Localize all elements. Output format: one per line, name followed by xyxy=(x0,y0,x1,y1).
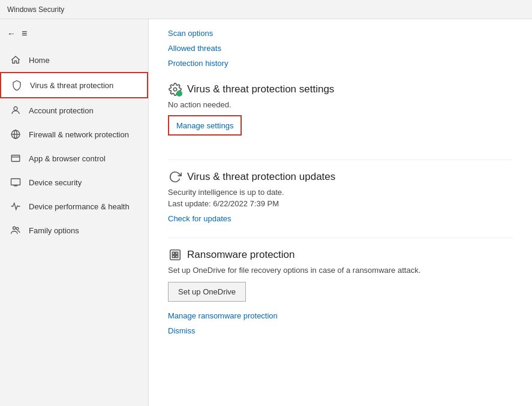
updates-section-header: Virus & threat protection updates xyxy=(168,170,513,184)
svg-rect-14 xyxy=(176,255,178,258)
shield-icon xyxy=(11,79,23,91)
app-browser-icon xyxy=(10,152,22,164)
device-security-icon xyxy=(10,176,22,188)
settings-section-desc: No action needed. xyxy=(168,100,513,109)
svg-point-9 xyxy=(173,88,177,91)
check-for-updates-link[interactable]: Check for updates xyxy=(168,214,513,223)
sidebar-item-account-label: Account protection xyxy=(29,106,94,115)
sidebar-item-home-label: Home xyxy=(29,56,50,65)
updates-section-title: Virus & threat protection updates xyxy=(187,171,335,183)
sidebar-item-device-security-label: Device security xyxy=(29,178,82,187)
ransomware-section-icon xyxy=(168,248,182,262)
sidebar-item-family-label: Family options xyxy=(29,226,79,235)
status-green-dot xyxy=(176,91,182,97)
sidebar-item-device-health[interactable]: Device performance & health xyxy=(0,194,148,218)
sidebar-item-account[interactable]: Account protection xyxy=(0,98,148,122)
sidebar-item-firewall[interactable]: Firewall & network protection xyxy=(0,122,148,146)
home-icon xyxy=(10,54,22,66)
settings-section-header: Virus & threat protection settings xyxy=(168,82,513,97)
ransomware-section-title: Ransomware protection xyxy=(187,249,295,261)
manage-settings-box: Manage settings xyxy=(168,115,242,136)
sidebar-item-device-health-label: Device performance & health xyxy=(29,202,130,211)
sidebar-item-app-browser[interactable]: App & browser control xyxy=(0,146,148,170)
svg-rect-13 xyxy=(172,255,175,258)
sidebar: ← ≡ Home Virus & threat protection xyxy=(0,19,149,406)
device-health-icon xyxy=(10,200,22,212)
updates-section-icon xyxy=(168,170,182,184)
sidebar-item-virus-label: Virus & threat protection xyxy=(30,81,113,90)
svg-rect-2 xyxy=(11,155,20,162)
ransomware-section: Ransomware protection Set up OneDrive fo… xyxy=(168,248,513,335)
account-icon xyxy=(10,104,22,116)
setup-onedrive-button[interactable]: Set up OneDrive xyxy=(168,282,246,302)
manage-settings-link[interactable]: Manage settings xyxy=(176,121,233,130)
manage-ransomware-link[interactable]: Manage ransomware protection xyxy=(168,311,513,320)
svg-rect-4 xyxy=(11,179,20,185)
updates-section-desc-sub: Last update: 6/22/2022 7:39 PM xyxy=(168,199,513,208)
svg-point-7 xyxy=(13,227,16,230)
protection-history-link[interactable]: Protection history xyxy=(168,59,513,68)
dismiss-link[interactable]: Dismiss xyxy=(168,326,513,335)
svg-rect-11 xyxy=(172,252,175,254)
updates-section-desc: Security intelligence is up to date. xyxy=(168,188,513,197)
app-body: ← ≡ Home Virus & threat protection xyxy=(0,19,532,406)
quick-links-section: Scan options Allowed threats Protection … xyxy=(168,29,513,68)
updates-section: Virus & threat protection updates Securi… xyxy=(168,170,513,223)
divider-1 xyxy=(168,160,513,160)
main-content: Scan options Allowed threats Protection … xyxy=(149,19,532,406)
settings-section-title: Virus & threat protection settings xyxy=(187,83,334,95)
scan-options-link[interactable]: Scan options xyxy=(168,29,513,38)
ransomware-section-header: Ransomware protection xyxy=(168,248,513,262)
sidebar-item-app-browser-label: App & browser control xyxy=(29,154,106,163)
family-icon xyxy=(10,224,22,236)
sidebar-item-virus[interactable]: Virus & threat protection xyxy=(0,72,148,98)
sidebar-item-family[interactable]: Family options xyxy=(0,218,148,242)
svg-point-8 xyxy=(16,227,19,230)
sidebar-item-device-security[interactable]: Device security xyxy=(0,170,148,194)
back-button[interactable]: ← xyxy=(7,29,16,38)
svg-rect-10 xyxy=(170,250,181,260)
title-bar: Windows Security xyxy=(0,0,532,19)
sidebar-item-firewall-label: Firewall & network protection xyxy=(29,130,129,139)
allowed-threats-link[interactable]: Allowed threats xyxy=(168,44,513,53)
svg-point-0 xyxy=(14,107,17,110)
settings-section: Virus & threat protection settings No ac… xyxy=(168,82,513,145)
firewall-icon xyxy=(10,128,22,140)
sidebar-header: ← ≡ xyxy=(0,19,148,48)
settings-section-icon xyxy=(168,82,182,97)
divider-2 xyxy=(168,237,513,238)
svg-rect-12 xyxy=(176,252,178,254)
ransomware-section-desc: Set up OneDrive for file recovery option… xyxy=(168,266,513,275)
app-title: Windows Security xyxy=(7,5,64,14)
sidebar-item-home[interactable]: Home xyxy=(0,48,148,72)
hamburger-menu[interactable]: ≡ xyxy=(22,28,27,39)
